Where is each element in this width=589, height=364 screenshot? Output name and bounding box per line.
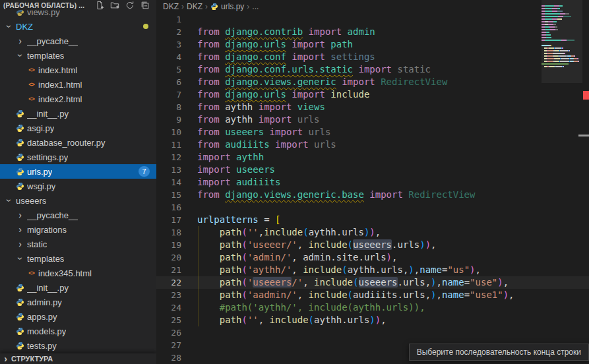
overview-ruler[interactable] bbox=[583, 0, 589, 364]
outline-section-header[interactable]: › СТРУКТУРА bbox=[0, 353, 156, 364]
tree-item-label: database_roouter.py bbox=[27, 138, 106, 148]
line-number[interactable]: 1 bbox=[156, 13, 197, 26]
code-line[interactable]: 3from django.urls import path bbox=[156, 38, 589, 51]
code-line[interactable]: 18 path('',include(aythh.urls)), bbox=[156, 226, 589, 239]
tree-file-urls.py[interactable]: urls.py7 bbox=[0, 164, 156, 179]
breadcrumb-item[interactable]: urls.py bbox=[210, 2, 244, 11]
new-folder-icon[interactable] bbox=[110, 1, 119, 10]
line-number[interactable]: 2 bbox=[156, 26, 197, 38]
code-line[interactable]: 15from django.views.generic.base import … bbox=[156, 189, 589, 201]
tree-folder-useeers[interactable]: ›useeers bbox=[0, 193, 156, 208]
code-line[interactable]: 16 bbox=[156, 201, 589, 214]
line-number[interactable]: 24 bbox=[156, 301, 197, 314]
line-number[interactable]: 28 bbox=[156, 351, 197, 364]
line-number[interactable]: 12 bbox=[156, 151, 197, 164]
breadcrumb-item[interactable]: DKZ bbox=[163, 2, 179, 11]
overview-ruler-mark-gray bbox=[578, 135, 589, 136]
line-number[interactable]: 9 bbox=[156, 113, 197, 126]
python-file-icon bbox=[15, 342, 26, 350]
tree-file-index.html[interactable]: <>index.html bbox=[0, 63, 156, 77]
line-number[interactable]: 14 bbox=[156, 176, 197, 189]
tree-file-models.py[interactable]: models.py bbox=[0, 324, 156, 338]
code-line[interactable]: 2from django.contrib import admin bbox=[156, 26, 589, 38]
code-line[interactable]: 12import aythh bbox=[156, 151, 589, 164]
tree-file-index1.html[interactable]: <>index1.html bbox=[0, 77, 156, 92]
code-line[interactable]: 13import useeers bbox=[156, 164, 589, 176]
tree-file-asgi.py[interactable]: asgi.py bbox=[0, 121, 156, 135]
code-line[interactable]: 23 path('aadmin/', include(audiiits.urls… bbox=[156, 289, 589, 301]
tree-item-label: __pycache__ bbox=[27, 36, 78, 46]
tree-file-admin.py[interactable]: admin.py bbox=[0, 295, 156, 309]
line-number[interactable]: 6 bbox=[156, 76, 197, 88]
code-line[interactable]: 4from django.conf import settings bbox=[156, 51, 589, 63]
code-line[interactable]: 24 #path('aythh/', include(aythh.urls)), bbox=[156, 301, 589, 314]
code-line[interactable]: 25 path('', include(aythh.urls)), bbox=[156, 314, 589, 326]
tree-file-views.py[interactable]: views.py bbox=[0, 10, 156, 19]
tree-file-wsgi.py[interactable]: wsgi.py bbox=[0, 179, 156, 193]
refresh-icon[interactable] bbox=[125, 1, 135, 10]
line-number[interactable]: 26 bbox=[156, 326, 197, 339]
code-line[interactable]: 17urlpatterns = [ bbox=[156, 214, 589, 226]
code-text: import useeers bbox=[197, 164, 589, 176]
tree-file-__init__.py[interactable]: __init__.py bbox=[0, 106, 156, 121]
line-number[interactable]: 7 bbox=[156, 88, 197, 101]
breadcrumb-item[interactable]: ... bbox=[252, 2, 259, 11]
tree-folder-templates[interactable]: ›templates bbox=[0, 48, 156, 63]
code-region[interactable]: 12from django.contrib import admin3from … bbox=[156, 13, 589, 364]
line-number[interactable]: 13 bbox=[156, 164, 197, 176]
new-file-icon[interactable] bbox=[95, 1, 104, 10]
line-number[interactable]: 21 bbox=[156, 264, 197, 276]
line-number[interactable]: 20 bbox=[156, 251, 197, 264]
line-number[interactable]: 16 bbox=[156, 201, 197, 214]
tree-item-label: index2.html bbox=[38, 94, 82, 104]
line-number[interactable]: 5 bbox=[156, 63, 197, 76]
line-number[interactable]: 18 bbox=[156, 226, 197, 239]
line-number[interactable]: 23 bbox=[156, 289, 197, 301]
tree-folder-__pycache__[interactable]: ›__pycache__ bbox=[0, 208, 156, 222]
code-line[interactable]: 1 bbox=[156, 13, 589, 26]
tree-file-tests.py[interactable]: tests.py bbox=[0, 338, 156, 353]
line-number[interactable]: 15 bbox=[156, 189, 197, 201]
line-number[interactable]: 27 bbox=[156, 339, 197, 351]
line-number[interactable]: 11 bbox=[156, 138, 197, 151]
code-line[interactable]: 7from django.urls import include bbox=[156, 88, 589, 101]
tree-folder-static[interactable]: ›static bbox=[0, 237, 156, 251]
code-line[interactable]: 10from useeers import urls bbox=[156, 126, 589, 138]
line-number[interactable]: 10 bbox=[156, 126, 197, 138]
code-line[interactable]: 20 path('admin/', admin.site.urls), bbox=[156, 251, 589, 264]
code-text: from django.views.generic.base import Re… bbox=[197, 189, 589, 201]
line-number[interactable]: 3 bbox=[156, 38, 197, 51]
code-line[interactable]: 9from aythh import urls bbox=[156, 113, 589, 126]
tree-file-__init__.py[interactable]: __init__.py bbox=[0, 280, 156, 295]
python-file-icon bbox=[15, 327, 26, 336]
code-line[interactable]: 22 path('useeers/', include(useeers.urls… bbox=[156, 276, 589, 289]
collapse-all-icon[interactable] bbox=[140, 1, 150, 10]
code-line[interactable]: 5from django.conf.urls.static import sta… bbox=[156, 63, 589, 76]
breadcrumb-separator: › bbox=[205, 2, 208, 11]
line-number[interactable]: 19 bbox=[156, 239, 197, 251]
line-number[interactable]: 17 bbox=[156, 214, 197, 226]
minimap[interactable] bbox=[542, 3, 582, 76]
line-number[interactable]: 8 bbox=[156, 101, 197, 113]
code-line[interactable]: 14import audiiits bbox=[156, 176, 589, 189]
tree-folder-migrations[interactable]: ›migrations bbox=[0, 222, 156, 237]
tree-file-database_roouter.py[interactable]: database_roouter.py bbox=[0, 135, 156, 150]
code-line[interactable]: 26 bbox=[156, 326, 589, 339]
line-number[interactable]: 4 bbox=[156, 51, 197, 63]
tree-folder-__pycache__[interactable]: ›__pycache__ bbox=[0, 34, 156, 48]
code-line[interactable]: 21 path('aythh/', include(aythh.urls,),n… bbox=[156, 264, 589, 276]
tree-folder-templates[interactable]: ›templates bbox=[0, 251, 156, 266]
breadcrumb-item[interactable]: DKZ bbox=[187, 2, 202, 11]
bracket-pair-guide bbox=[198, 226, 199, 326]
code-line[interactable]: 11from audiiits import urls bbox=[156, 138, 589, 151]
tree-file-index345.html[interactable]: <>index345.html bbox=[0, 266, 156, 280]
tree-file-settings.py[interactable]: settings.py bbox=[0, 150, 156, 164]
code-line[interactable]: 6from django.views.generic import Redire… bbox=[156, 76, 589, 88]
line-number[interactable]: 25 bbox=[156, 314, 197, 326]
tree-file-index2.html[interactable]: <>index2.html bbox=[0, 92, 156, 106]
line-number[interactable]: 22 bbox=[156, 276, 197, 289]
code-line[interactable]: 8from aythh import views bbox=[156, 101, 589, 113]
tree-folder-DKZ[interactable]: ›DKZ bbox=[0, 19, 156, 34]
code-line[interactable]: 19 path('useeer/', include(useeers.urls)… bbox=[156, 239, 589, 251]
tree-file-apps.py[interactable]: apps.py bbox=[0, 309, 156, 324]
